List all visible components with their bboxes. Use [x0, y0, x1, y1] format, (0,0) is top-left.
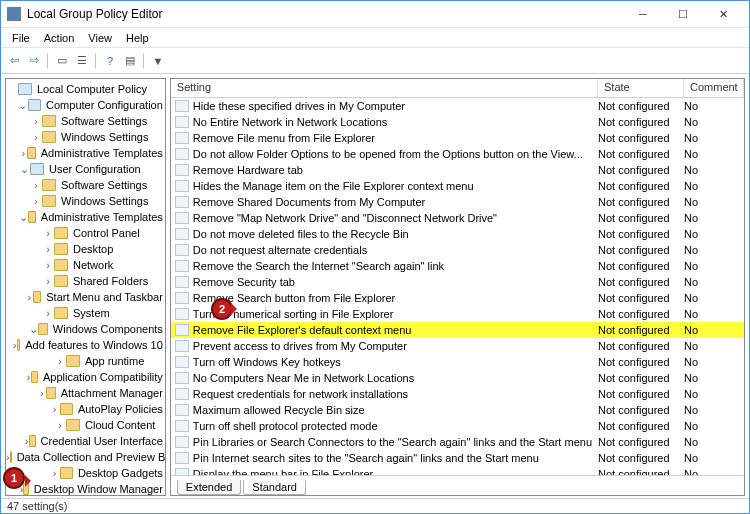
setting-icon	[175, 436, 189, 448]
tree-item[interactable]: ›Control Panel	[6, 225, 165, 241]
tree-item[interactable]: ⌄Computer Configuration	[6, 97, 165, 113]
tree-item[interactable]: ⌄Administrative Templates	[6, 209, 165, 225]
twist-icon[interactable]: ›	[26, 291, 33, 303]
folder-icon	[60, 467, 73, 479]
list-row[interactable]: Do not allow Folder Options to be opened…	[171, 146, 744, 162]
menu-action[interactable]: Action	[37, 30, 82, 46]
list-row[interactable]: Do not move deleted files to the Recycle…	[171, 226, 744, 242]
list-row[interactable]: Do not request alternate credentialsNot …	[171, 242, 744, 258]
twist-icon[interactable]: ›	[13, 339, 17, 351]
twist-icon[interactable]: ›	[20, 147, 27, 159]
settings-list[interactable]: Setting State Comment Hide these specifi…	[171, 79, 744, 475]
tree-item[interactable]: ›Data Collection and Preview Builds	[6, 449, 165, 465]
menu-help[interactable]: Help	[119, 30, 156, 46]
twist-icon[interactable]: ›	[30, 179, 42, 191]
list-row[interactable]: Maximum allowed Recycle Bin sizeNot conf…	[171, 402, 744, 418]
tree-item[interactable]: ›Application Compatibility	[6, 369, 165, 385]
tab-extended[interactable]: Extended	[177, 480, 241, 495]
list-row[interactable]: Remove Hardware tabNot configuredNo	[171, 162, 744, 178]
back-button[interactable]: ⇦	[5, 52, 23, 70]
list-row[interactable]: Hide these specified drives in My Comput…	[171, 98, 744, 114]
tree-item[interactable]: ›Network	[6, 257, 165, 273]
col-state[interactable]: State	[598, 79, 684, 97]
setting-name: Remove Security tab	[193, 276, 598, 288]
menu-file[interactable]: File	[5, 30, 37, 46]
list-icon[interactable]: ☰	[73, 52, 91, 70]
setting-icon	[175, 356, 189, 368]
maximize-button[interactable]: ☐	[663, 2, 703, 27]
forward-button[interactable]: ⇨	[25, 52, 43, 70]
setting-name: Do not request alternate credentials	[193, 244, 598, 256]
tree-item[interactable]: ›Desktop	[6, 241, 165, 257]
tree-item[interactable]: ›Administrative Templates	[6, 145, 165, 161]
tree-item[interactable]: ›Start Menu and Taskbar	[6, 289, 165, 305]
twist-icon[interactable]: ›	[30, 115, 42, 127]
tree-item[interactable]: ›Attachment Manager	[6, 385, 165, 401]
list-row[interactable]: Remove the Search the Internet "Search a…	[171, 258, 744, 274]
filter-icon[interactable]: ▼	[149, 52, 167, 70]
list-row[interactable]: Prevent access to drives from My Compute…	[171, 338, 744, 354]
twist-icon[interactable]: ›	[38, 387, 46, 399]
tree-item[interactable]: Local Computer Policy	[6, 81, 165, 97]
twist-icon[interactable]: ⌄	[19, 211, 28, 224]
twist-icon[interactable]: ›	[42, 259, 54, 271]
tree-item[interactable]: ›App runtime	[6, 353, 165, 369]
list-row[interactable]: Pin Internet search sites to the "Search…	[171, 450, 744, 466]
tree-item[interactable]: ›Windows Settings	[6, 193, 165, 209]
minimize-button[interactable]: ─	[623, 2, 663, 27]
list-row[interactable]: Turn off shell protocol protected modeNo…	[171, 418, 744, 434]
list-row[interactable]: No Computers Near Me in Network Location…	[171, 370, 744, 386]
close-button[interactable]: ✕	[703, 2, 743, 27]
list-row[interactable]: Hides the Manage item on the File Explor…	[171, 178, 744, 194]
tree-item[interactable]: ›AutoPlay Policies	[6, 401, 165, 417]
twist-icon[interactable]: ›	[42, 307, 54, 319]
twist-icon[interactable]: ›	[42, 227, 54, 239]
twist-icon[interactable]: ›	[42, 243, 54, 255]
twist-icon[interactable]: ›	[54, 419, 66, 431]
list-row[interactable]: Remove File Explorer's default context m…	[171, 322, 744, 338]
col-comment[interactable]: Comment	[684, 79, 744, 97]
list-row[interactable]: Display the menu bar in File ExplorerNot…	[171, 466, 744, 475]
twist-icon[interactable]: ›	[30, 131, 42, 143]
col-setting[interactable]: Setting	[171, 79, 598, 97]
properties-icon[interactable]: ▤	[121, 52, 139, 70]
list-row[interactable]: Remove "Map Network Drive" and "Disconne…	[171, 210, 744, 226]
twist-icon[interactable]: ⌄	[17, 99, 28, 112]
list-header[interactable]: Setting State Comment	[171, 79, 744, 98]
list-row[interactable]: Remove File menu from File ExplorerNot c…	[171, 130, 744, 146]
twist-icon[interactable]: ›	[49, 467, 60, 479]
tree-item[interactable]: ⌄Windows Components	[6, 321, 165, 337]
tree-item[interactable]: ›Software Settings	[6, 177, 165, 193]
help-button[interactable]: ?	[101, 52, 119, 70]
tree-item[interactable]: ›Shared Folders	[6, 273, 165, 289]
list-row[interactable]: Remove Shared Documents from My Computer…	[171, 194, 744, 210]
tree-label: Network	[71, 259, 115, 271]
list-row[interactable]: Pin Libraries or Search Connectors to th…	[171, 434, 744, 450]
tree-item[interactable]: ⌄User Configuration	[6, 161, 165, 177]
list-row[interactable]: No Entire Network in Network LocationsNo…	[171, 114, 744, 130]
tree-item[interactable]: ›Cloud Content	[6, 417, 165, 433]
tree-panel[interactable]: Local Computer Policy⌄Computer Configura…	[5, 78, 166, 496]
tree-item[interactable]: ›Add features to Windows 10	[6, 337, 165, 353]
menu-view[interactable]: View	[81, 30, 119, 46]
list-row[interactable]: Remove Security tabNot configuredNo	[171, 274, 744, 290]
tab-standard[interactable]: Standard	[243, 480, 306, 495]
setting-icon	[175, 212, 189, 224]
list-row[interactable]: Request credentials for network installa…	[171, 386, 744, 402]
twist-icon[interactable]: ›	[49, 403, 60, 415]
twist-icon[interactable]: ›	[54, 355, 66, 367]
tree-item[interactable]: ›Software Settings	[6, 113, 165, 129]
tree-item[interactable]: ›System	[6, 305, 165, 321]
list-row[interactable]: Turn off numerical sorting in File Explo…	[171, 306, 744, 322]
folder-icon	[42, 195, 56, 207]
twist-icon[interactable]: ›	[30, 195, 42, 207]
twist-icon[interactable]: ⌄	[18, 163, 30, 176]
tree-item[interactable]: ›Credential User Interface	[6, 433, 165, 449]
folder-up-icon[interactable]: ▭	[53, 52, 71, 70]
twist-icon[interactable]: ⌄	[29, 323, 38, 336]
setting-icon	[175, 420, 189, 432]
list-row[interactable]: Turn off Windows Key hotkeysNot configur…	[171, 354, 744, 370]
list-row[interactable]: Remove Search button from File ExplorerN…	[171, 290, 744, 306]
twist-icon[interactable]: ›	[42, 275, 54, 287]
tree-item[interactable]: ›Windows Settings	[6, 129, 165, 145]
